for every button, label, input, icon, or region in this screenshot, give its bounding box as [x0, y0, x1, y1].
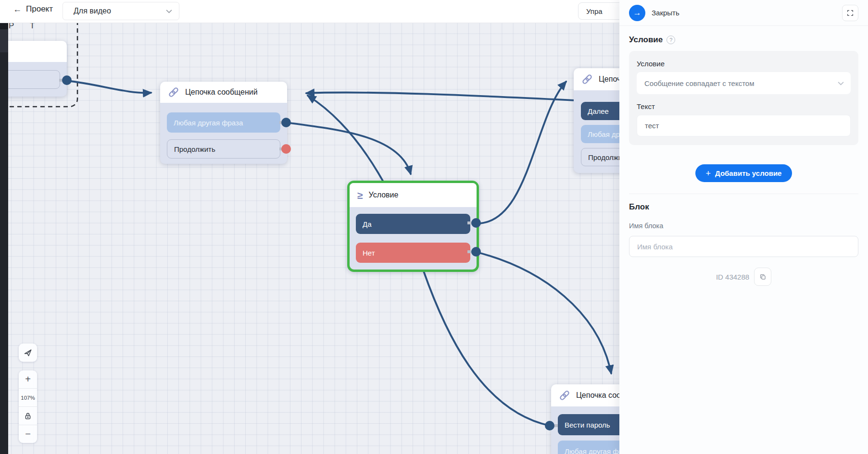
node-start[interactable] — [0, 41, 67, 97]
copy-icon — [759, 273, 767, 281]
flow-select[interactable]: Для видео — [63, 2, 179, 20]
paper-plane-icon — [23, 348, 33, 357]
node-button[interactable]: Любая другая фраза — [167, 112, 280, 133]
block-section-title: Блок — [629, 202, 858, 212]
divider — [629, 194, 858, 194]
close-label: Закрыть — [652, 9, 679, 17]
node-title: Цепочка сообщений — [185, 88, 258, 97]
condition-type-value: Сообщение совпадает с текстом — [644, 79, 755, 87]
lock-button[interactable] — [19, 407, 37, 425]
block-name-label: Имя блока — [629, 222, 858, 230]
fullscreen-icon — [846, 9, 854, 17]
chain-link-icon — [559, 390, 570, 401]
condition-icon: ≥ — [357, 190, 363, 200]
node-start-header — [0, 41, 67, 62]
add-condition-label: Добавить условие — [715, 169, 781, 177]
zoom-level: 107% — [19, 389, 37, 407]
close-panel-button[interactable]: → — [629, 5, 645, 21]
block-name-input[interactable] — [629, 236, 858, 257]
collapsed-sidebar[interactable] — [0, 23, 8, 454]
node-button[interactable]: Нет — [356, 243, 470, 263]
zoom-controls: + 107% − — [19, 370, 37, 443]
back-label: Проект — [26, 4, 53, 14]
connector-dot[interactable] — [471, 218, 481, 228]
node-button[interactable]: Да — [356, 214, 470, 234]
condition-label: Условие — [637, 60, 851, 68]
condition-text-input[interactable] — [637, 115, 851, 136]
help-icon[interactable]: ? — [667, 36, 675, 44]
back-button[interactable]: ← Проект — [13, 4, 53, 14]
copy-id-button[interactable] — [754, 268, 771, 286]
back-arrow-icon: ← — [13, 5, 22, 13]
settings-panel: → Закрыть Условие ? Условие Сообщение со… — [619, 0, 868, 454]
node-button[interactable]: Продолжить — [167, 139, 280, 159]
chevron-down-icon — [838, 81, 844, 86]
add-condition-button[interactable]: + Добавить условие — [695, 164, 793, 182]
block-id: ID 434288 — [716, 273, 749, 281]
fullscreen-button[interactable] — [842, 5, 858, 21]
flow-select-value: Для видео — [74, 7, 111, 15]
arrow-right-icon: → — [633, 8, 642, 18]
connector-dot[interactable] — [62, 75, 72, 85]
connector-dot[interactable] — [471, 247, 481, 257]
connector-dot[interactable] — [545, 421, 554, 430]
zoom-in-button[interactable]: + — [19, 370, 37, 389]
node-button[interactable] — [0, 70, 60, 89]
condition-type-select[interactable]: Сообщение совпадает с текстом — [637, 72, 851, 94]
panel-title: Условие — [629, 35, 663, 45]
condition-card: Условие Сообщение совпадает с текстом Те… — [629, 51, 858, 145]
locate-button[interactable] — [19, 344, 37, 362]
connector-dot[interactable] — [281, 118, 291, 127]
zoom-out-button[interactable]: − — [19, 425, 37, 443]
chain-link-icon — [581, 74, 593, 85]
sidebar-segment — [0, 23, 8, 29]
plus-icon: + — [706, 169, 711, 178]
node-condition[interactable]: ≥ Условие Да Нет — [347, 181, 479, 272]
chain-link-icon — [168, 86, 179, 98]
node-title: Условие — [369, 191, 399, 199]
text-label: Текст — [637, 102, 851, 110]
chevron-down-icon — [166, 9, 172, 13]
panel-header: → Закрыть — [619, 0, 868, 26]
node-message-chain-1[interactable]: Цепочка сообщений Любая другая фраза Про… — [160, 82, 287, 164]
connector-dot[interactable] — [281, 144, 291, 154]
lock-icon — [23, 411, 33, 421]
sidebar-segment — [0, 29, 8, 52]
